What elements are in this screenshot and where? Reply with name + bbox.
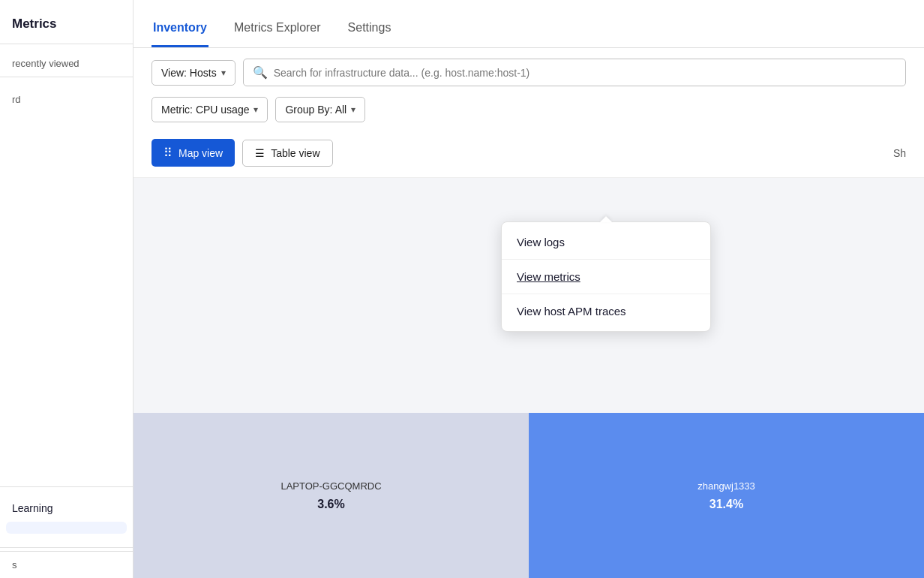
host-tile-zhangwj-value: 31.4%: [710, 498, 743, 511]
group-by-select[interactable]: Group By: All ▾: [275, 97, 365, 122]
tab-metrics-explorer[interactable]: Metrics Explorer: [232, 21, 322, 47]
host-tile-laptop-name: LAPTOP-GGCQMRDC: [280, 480, 381, 492]
context-menu-popup: View logs View metrics View host APM tra…: [501, 221, 711, 332]
host-tile-laptop[interactable]: LAPTOP-GGCQMRDC 3.6%: [134, 413, 529, 578]
table-view-label: Table view: [271, 147, 320, 159]
metric-cpu-label: Metric: CPU usage: [161, 104, 249, 116]
tab-inventory[interactable]: Inventory: [152, 21, 208, 47]
sidebar-bottom: s: [0, 551, 133, 578]
sidebar: Metrics recently viewed rd Learning s: [0, 0, 134, 578]
map-area: View logs View metrics View host APM tra…: [134, 178, 924, 578]
sidebar-divider-2: [0, 486, 133, 487]
app-title: Metrics: [0, 0, 133, 44]
sidebar-divider-1: [0, 77, 133, 77]
sidebar-divider-3: [0, 547, 133, 548]
main-content: Inventory Metrics Explorer Settings View…: [134, 0, 924, 578]
view-hosts-select[interactable]: View: Hosts ▾: [152, 60, 236, 86]
recently-viewed-label: recently viewed: [0, 53, 133, 74]
tabs-bar: Inventory Metrics Explorer Settings: [134, 0, 924, 48]
metric-cpu-select[interactable]: Metric: CPU usage ▾: [152, 97, 268, 122]
table-view-button[interactable]: ☰ Table view: [242, 140, 332, 167]
search-icon: 🔍: [253, 65, 268, 80]
filter-bar-1: View: Hosts ▾ 🔍: [134, 48, 924, 94]
host-tiles-container: LAPTOP-GGCQMRDC 3.6% zhangwj1333 31.4%: [134, 413, 924, 578]
view-hosts-chevron-icon: ▾: [221, 68, 226, 78]
sidebar-highlight: [6, 522, 127, 534]
table-view-lines-icon: ☰: [255, 147, 265, 159]
host-tile-laptop-value: 3.6%: [317, 498, 344, 511]
filter-bar-2: Metric: CPU usage ▾ Group By: All ▾: [134, 94, 924, 131]
tab-settings[interactable]: Settings: [346, 21, 393, 47]
dropdown-view-metrics[interactable]: View metrics: [502, 261, 710, 292]
group-by-label: Group By: All: [285, 104, 346, 116]
dropdown-divider-2: [502, 294, 710, 294]
map-view-label: Map view: [178, 147, 223, 159]
search-input[interactable]: [274, 67, 896, 79]
view-hosts-label: View: Hosts: [161, 67, 217, 79]
map-view-grid-icon: ⠿: [164, 146, 172, 160]
map-view-button[interactable]: ⠿ Map view: [152, 139, 235, 167]
host-tile-zhangwj-name: zhangwj1333: [698, 480, 755, 492]
recently-viewed-section: recently viewed: [0, 44, 133, 89]
learning-section: Learning: [0, 490, 133, 544]
group-by-chevron-icon: ▾: [351, 104, 356, 115]
sidebar-lower: Learning s: [0, 453, 133, 578]
view-toggle-bar: ⠿ Map view ☰ Table view Sh: [134, 131, 924, 178]
show-button[interactable]: Sh: [893, 147, 906, 159]
sidebar-item-rd[interactable]: rd: [0, 89, 133, 110]
dropdown-divider-1: [502, 259, 710, 260]
learning-label: Learning: [0, 498, 133, 519]
dropdown-view-apm[interactable]: View host APM traces: [502, 296, 710, 327]
host-tile-zhangwj[interactable]: zhangwj1333 31.4%: [529, 413, 924, 578]
dropdown-view-logs[interactable]: View logs: [502, 227, 710, 257]
search-bar[interactable]: 🔍: [243, 59, 906, 86]
metric-cpu-chevron-icon: ▾: [254, 104, 258, 115]
